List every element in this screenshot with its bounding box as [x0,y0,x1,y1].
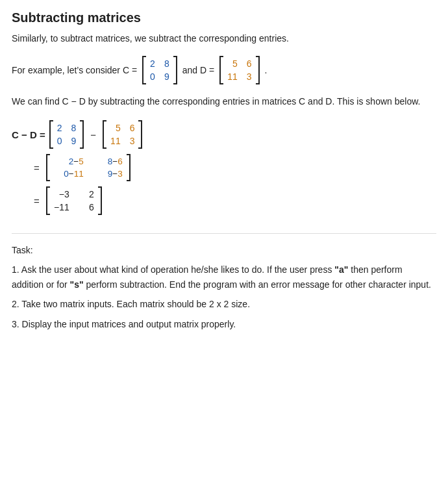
task-heading: Task: [12,243,436,257]
equation-row-3: = −32−116 [31,186,436,215]
cd-label: C − D = [12,129,45,140]
matrix-expr: 2−58−60−119−3 [46,154,131,181]
matrix-d-eq: 56113 [103,120,142,149]
intro-text: Similarly, to subtract matrices, we subt… [12,32,436,45]
example-line: For example, let’s consider C = 2809 and… [12,56,436,84]
matrix-c-eq: 2809 [49,120,84,149]
equation-row-1: C − D = 2809 − 56113 [12,120,436,149]
minus-sign: − [90,129,96,140]
task-item-1: 1. Ask the user about what kind of opera… [12,262,436,292]
matrix-c: 2809 [142,56,177,84]
and-label: and D = [182,65,214,75]
matrix-d: 56113 [219,56,259,84]
task-item-3: 3. Display the input matrices and output… [12,317,436,331]
example-label: For example, let’s consider C = [12,65,137,75]
task-item-2: 2. Take two matrix inputs. Each matrix s… [12,297,436,311]
period: . [265,65,268,75]
task-section: Task: 1. Ask the user about what kind of… [12,233,436,331]
page-title: Subtracting matrices [12,10,436,25]
equals-sign-3: = [34,196,40,207]
description-text: We can find C − D by subtracting the cor… [12,95,436,108]
matrix-result: −32−116 [46,186,102,215]
equals-sign-2: = [34,162,40,173]
equation-row-2: = 2−58−60−119−3 [31,154,436,181]
